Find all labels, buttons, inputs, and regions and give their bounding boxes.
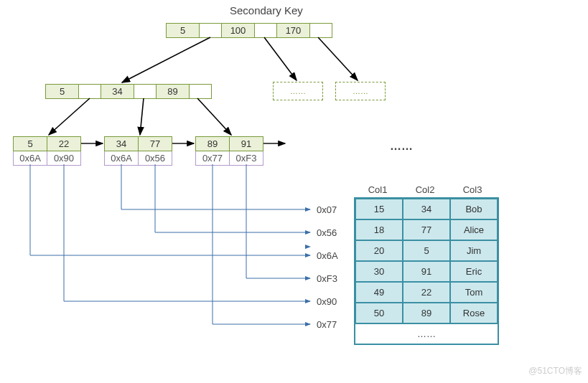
table-row: 18 77 Alice xyxy=(355,219,498,240)
table-row: 15 34 Bob xyxy=(355,199,498,219)
watermark: @51CTO博客 xyxy=(528,365,582,377)
mid-cell: 34 xyxy=(101,85,134,98)
svg-line-4 xyxy=(140,98,144,135)
table-cell: 91 xyxy=(403,261,450,282)
root-cell-blank xyxy=(200,24,222,37)
row-address: 0x6A xyxy=(317,250,338,261)
table-cell: Eric xyxy=(450,261,498,282)
svg-line-2 xyxy=(318,37,358,80)
table-cell: 77 xyxy=(403,219,450,240)
btree-placeholder-node: …… xyxy=(273,82,323,100)
data-table: 15 34 Bob 18 77 Alice 20 5 Jim 30 91 Eri… xyxy=(354,197,499,345)
leaf-ptr: 0xF3 xyxy=(230,151,263,166)
mid-cell-blank xyxy=(190,85,211,98)
row-address: 0x77 xyxy=(317,319,337,330)
btree-placeholder-node: …… xyxy=(335,82,386,100)
root-cell-blank xyxy=(310,24,332,37)
leaf-ptr: 0x90 xyxy=(47,151,81,166)
svg-line-3 xyxy=(49,98,90,135)
mid-cell: 89 xyxy=(157,85,190,98)
leaf-key: 5 xyxy=(13,136,47,151)
leaf-ptr: 0x56 xyxy=(139,151,172,166)
root-cell-blank xyxy=(255,24,277,37)
table-cell: 34 xyxy=(403,199,450,219)
table-cell: 18 xyxy=(355,219,403,240)
leaf-key: 34 xyxy=(104,136,139,151)
table-cell: Rose xyxy=(450,303,498,323)
col-header: Col2 xyxy=(401,181,449,198)
table-cell: 50 xyxy=(355,303,403,323)
btree-leaf-node: 34 77 0x6A 0x56 xyxy=(104,136,172,166)
table-footer: …… xyxy=(355,323,498,344)
leaf-key: 91 xyxy=(230,136,263,151)
mid-cell: 5 xyxy=(46,85,79,98)
data-table-header: Col1 Col2 Col3 xyxy=(354,181,496,198)
svg-line-0 xyxy=(122,37,210,82)
row-address: 0xF3 xyxy=(317,273,337,284)
leaf-key: 89 xyxy=(195,136,230,151)
mid-cell-blank xyxy=(134,85,157,98)
svg-line-5 xyxy=(197,98,231,135)
table-row: 49 22 Tom xyxy=(355,282,498,303)
leaf-ptr: 0x77 xyxy=(195,151,230,166)
btree-internal-node: 5 34 89 xyxy=(45,84,212,99)
table-cell: 49 xyxy=(355,282,403,303)
btree-leaf-node: 89 91 0x77 0xF3 xyxy=(195,136,263,166)
row-address: 0x07 xyxy=(317,204,337,215)
table-cell: 22 xyxy=(403,282,450,303)
leaf-ptr: 0x6A xyxy=(13,151,47,166)
leaf-ptr: 0x6A xyxy=(104,151,139,166)
diagram-title: Secondary Key xyxy=(230,4,303,16)
table-row: 30 91 Eric xyxy=(355,261,498,282)
table-row: 50 89 Rose xyxy=(355,303,498,323)
svg-line-1 xyxy=(264,37,297,80)
table-cell: 89 xyxy=(403,303,450,323)
row-address: 0x56 xyxy=(317,227,337,238)
row-address: 0x90 xyxy=(317,296,337,307)
table-cell: Jim xyxy=(450,240,498,261)
root-cell: 5 xyxy=(167,24,200,37)
table-row: 20 5 Jim xyxy=(355,240,498,261)
table-cell: 15 xyxy=(355,199,403,219)
table-cell: 5 xyxy=(403,240,450,261)
col-header: Col3 xyxy=(449,181,496,198)
leaf-key: 77 xyxy=(139,136,172,151)
leaf-key: 22 xyxy=(47,136,81,151)
table-cell: 30 xyxy=(355,261,403,282)
table-cell: Bob xyxy=(450,199,498,219)
table-cell: Alice xyxy=(450,219,498,240)
root-cell: 170 xyxy=(277,24,310,37)
leaf-ellipsis: …… xyxy=(390,140,413,153)
root-cell: 100 xyxy=(222,24,255,37)
table-cell: 20 xyxy=(355,240,403,261)
mid-cell-blank xyxy=(79,85,101,98)
col-header: Col1 xyxy=(354,181,401,198)
connector-lines xyxy=(0,0,588,383)
table-cell: Tom xyxy=(450,282,498,303)
btree-leaf-node: 5 22 0x6A 0x90 xyxy=(13,136,81,166)
btree-root-node: 5 100 170 xyxy=(166,23,332,38)
